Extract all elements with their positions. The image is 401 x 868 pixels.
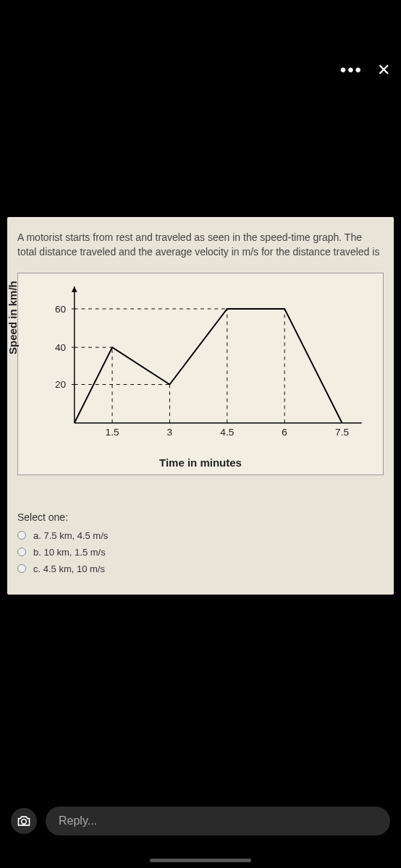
radio-icon[interactable]: [17, 564, 26, 573]
x-tick-2: 3: [167, 427, 173, 438]
question-text: A motorist starts from rest and traveled…: [17, 230, 384, 260]
home-indicator[interactable]: [150, 859, 251, 862]
reply-input[interactable]: Reply...: [46, 807, 390, 835]
option-b[interactable]: b. 10 km, 1.5 m/s: [17, 547, 384, 558]
close-icon[interactable]: ✕: [377, 62, 390, 78]
reply-placeholder: Reply...: [59, 814, 97, 827]
y-tick-20: 20: [55, 379, 66, 390]
question-card: A motorist starts from rest and traveled…: [7, 217, 394, 595]
svg-point-13: [22, 820, 27, 825]
svg-marker-2: [72, 286, 77, 292]
option-label: a. 7.5 km, 4.5 m/s: [33, 530, 108, 541]
reply-bar: Reply...: [11, 807, 390, 835]
more-icon[interactable]: •••: [340, 61, 363, 79]
select-one-label: Select one:: [17, 511, 384, 523]
option-a[interactable]: a. 7.5 km, 4.5 m/s: [17, 530, 384, 541]
x-tick-3: 4.5: [220, 427, 234, 438]
x-axis-label: Time in minutes: [159, 456, 242, 469]
y-axis-label: Speed in km/h: [7, 281, 19, 354]
top-bar: ••• ✕: [340, 61, 390, 79]
x-tick-5: 7.5: [335, 427, 349, 438]
y-tick-60: 60: [55, 303, 66, 314]
radio-icon[interactable]: [17, 531, 26, 540]
camera-button[interactable]: [11, 808, 37, 834]
camera-icon: [17, 814, 31, 828]
radio-icon[interactable]: [17, 548, 26, 556]
option-label: c. 4.5 km, 10 m/s: [33, 563, 105, 574]
speed-time-chart: Speed in km/h 20 40 60 1.5 3 4.5 6 7.5: [17, 273, 384, 475]
option-label: b. 10 km, 1.5 m/s: [33, 547, 106, 558]
y-tick-40: 40: [55, 342, 66, 353]
chart-svg: 20 40 60 1.5 3 4.5 6 7.5: [25, 281, 376, 467]
x-tick-4: 6: [282, 427, 287, 438]
option-c[interactable]: c. 4.5 km, 10 m/s: [17, 563, 384, 574]
x-tick-1: 1.5: [106, 427, 119, 438]
